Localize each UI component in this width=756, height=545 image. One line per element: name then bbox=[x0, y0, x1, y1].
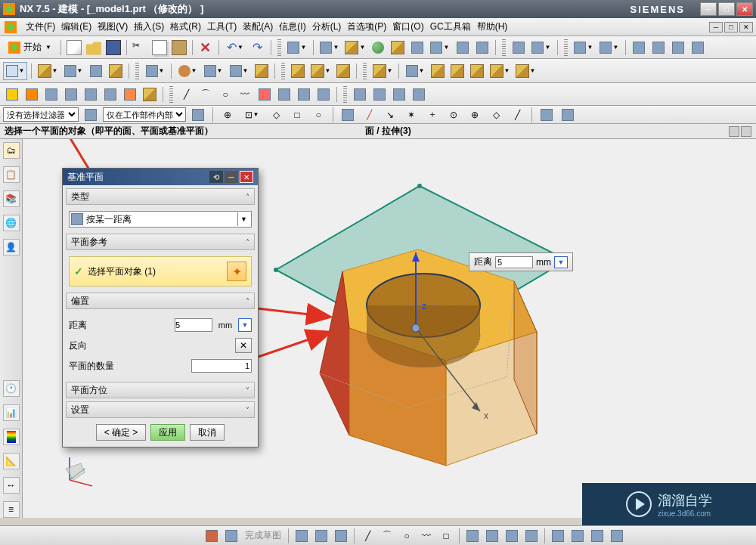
bb4[interactable] bbox=[312, 527, 330, 545]
float-value-input[interactable] bbox=[495, 256, 533, 268]
analyze-button[interactable]: ▼ bbox=[597, 39, 621, 57]
layout-button[interactable]: ▼ bbox=[428, 39, 452, 57]
dialog-close[interactable]: ✕ bbox=[240, 171, 253, 183]
rb-history[interactable]: 📚 bbox=[3, 190, 20, 207]
pattern-button[interactable]: ▼ bbox=[143, 62, 167, 80]
sn9[interactable]: ╱ bbox=[508, 106, 526, 124]
save-button[interactable] bbox=[104, 39, 122, 57]
minimize-button[interactable]: ─ bbox=[700, 2, 717, 16]
bb9[interactable]: 〰 bbox=[417, 527, 435, 545]
draft-button[interactable] bbox=[334, 62, 352, 80]
wrap-button[interactable]: ▼ bbox=[513, 62, 538, 80]
mirror-button[interactable] bbox=[468, 62, 486, 80]
sn8[interactable]: ◇ bbox=[487, 106, 505, 124]
float-dropdown[interactable]: ▼ bbox=[554, 256, 568, 268]
menu-format[interactable]: 格式(R) bbox=[167, 19, 204, 35]
arc-button[interactable]: ⌒ bbox=[197, 85, 215, 104]
view-button[interactable] bbox=[408, 39, 426, 57]
bb5[interactable] bbox=[332, 527, 350, 545]
menu-assembly[interactable]: 装配(A) bbox=[240, 19, 276, 35]
snap4[interactable]: □ bbox=[288, 106, 306, 124]
open-button[interactable] bbox=[85, 39, 103, 57]
bb1[interactable] bbox=[203, 527, 221, 545]
mdi-restore[interactable]: □ bbox=[724, 22, 738, 33]
curve4-button[interactable] bbox=[62, 85, 80, 104]
offset-section-header[interactable]: 偏置 ˄ bbox=[66, 293, 255, 309]
sn1[interactable] bbox=[339, 106, 357, 124]
bb8[interactable]: ○ bbox=[398, 527, 416, 545]
undo-button[interactable]: ↶▼ bbox=[223, 39, 247, 57]
sn2[interactable]: ╱ bbox=[360, 106, 378, 124]
bb15[interactable] bbox=[549, 527, 567, 545]
pb2[interactable] bbox=[741, 126, 751, 137]
bb6[interactable]: ╱ bbox=[358, 527, 376, 545]
bb2[interactable] bbox=[222, 527, 240, 545]
orient-section-header[interactable]: 平面方位 ˅ bbox=[66, 382, 255, 398]
delete-button[interactable]: ✕ bbox=[197, 39, 215, 57]
menu-window[interactable]: 窗口(O) bbox=[389, 19, 426, 35]
bb17[interactable] bbox=[588, 527, 606, 545]
type-select[interactable]: 按某一距离 ▼ bbox=[69, 211, 252, 228]
dialog-titlebar[interactable]: 基准平面 ⟲ ─ ✕ bbox=[63, 169, 258, 185]
menu-edit[interactable]: 编辑(E) bbox=[58, 19, 94, 35]
cut-button[interactable]: ✂ bbox=[131, 39, 149, 57]
redo-button[interactable]: ↷ bbox=[249, 39, 267, 57]
wire-button[interactable] bbox=[389, 39, 407, 57]
move-button[interactable]: ▼ bbox=[370, 62, 395, 80]
shade-button[interactable] bbox=[369, 39, 387, 57]
unite-button[interactable]: ▼ bbox=[175, 62, 200, 80]
rb-more[interactable]: ≡ bbox=[3, 501, 20, 518]
curve2-button[interactable] bbox=[23, 85, 41, 104]
text-button[interactable] bbox=[314, 85, 333, 104]
rb-dim[interactable]: ↔ bbox=[3, 477, 20, 494]
sn7[interactable]: ⊕ bbox=[466, 106, 484, 124]
cancel-button[interactable]: 取消 bbox=[190, 424, 225, 441]
revolve-button[interactable]: ▼ bbox=[61, 62, 85, 80]
rb-navigator[interactable]: 🗂 bbox=[3, 142, 20, 159]
boss-button[interactable] bbox=[107, 62, 125, 80]
poly-button[interactable] bbox=[256, 85, 274, 104]
curve5-button[interactable] bbox=[82, 85, 100, 104]
close-button[interactable]: ✕ bbox=[736, 2, 753, 16]
rect-button[interactable] bbox=[295, 85, 313, 104]
maximize-button[interactable]: □ bbox=[718, 2, 735, 16]
bb11[interactable] bbox=[463, 527, 482, 545]
apply-button[interactable]: 应用 bbox=[150, 424, 185, 441]
snap5[interactable]: ○ bbox=[309, 106, 327, 124]
pick-button[interactable]: ✦ bbox=[227, 262, 246, 281]
s4-button[interactable] bbox=[410, 85, 428, 104]
sn11[interactable] bbox=[559, 106, 577, 124]
curve6-button[interactable] bbox=[101, 85, 119, 104]
ff2[interactable] bbox=[189, 106, 207, 124]
dialog-minimize[interactable]: ─ bbox=[225, 171, 238, 183]
s3-button[interactable] bbox=[390, 85, 408, 104]
sn6[interactable]: ⊙ bbox=[445, 106, 463, 124]
sn4[interactable]: ✶ bbox=[402, 106, 420, 124]
curve7-button[interactable] bbox=[121, 85, 139, 104]
paste-button[interactable] bbox=[170, 39, 188, 57]
new-button[interactable] bbox=[65, 39, 83, 57]
sn5[interactable]: ＋ bbox=[423, 106, 442, 124]
menu-gctoolbox[interactable]: GC工具箱 bbox=[427, 19, 474, 35]
bb7[interactable]: ⌒ bbox=[378, 527, 396, 545]
reverse-button[interactable]: ✕ bbox=[235, 338, 252, 353]
s1-button[interactable] bbox=[351, 85, 369, 104]
scope-filter[interactable]: 仅在工作部件内部 bbox=[103, 107, 186, 122]
rb-web[interactable]: 🌐 bbox=[3, 215, 20, 231]
spline-button[interactable]: 〰 bbox=[236, 85, 254, 104]
display-button[interactable]: ▼ bbox=[318, 39, 342, 57]
bb18[interactable] bbox=[608, 527, 626, 545]
snap3[interactable]: ◇ bbox=[267, 106, 285, 124]
bb13[interactable] bbox=[503, 527, 521, 545]
mdi-close[interactable]: ✕ bbox=[739, 22, 753, 33]
dialog-pin[interactable]: ⟲ bbox=[209, 171, 223, 183]
sweep-button[interactable]: ▼ bbox=[403, 62, 427, 80]
extrude-button[interactable]: ▼ bbox=[36, 62, 60, 80]
assy1-button[interactable] bbox=[510, 39, 528, 57]
rb-ruler[interactable]: 📐 bbox=[3, 453, 20, 469]
curve8-button[interactable] bbox=[141, 85, 159, 104]
datum-plane-button[interactable]: ▼ bbox=[3, 62, 27, 80]
render-button[interactable]: ▼ bbox=[343, 39, 367, 57]
pb1[interactable] bbox=[729, 126, 739, 137]
settings-section-header[interactable]: 设置 ˅ bbox=[66, 401, 255, 418]
